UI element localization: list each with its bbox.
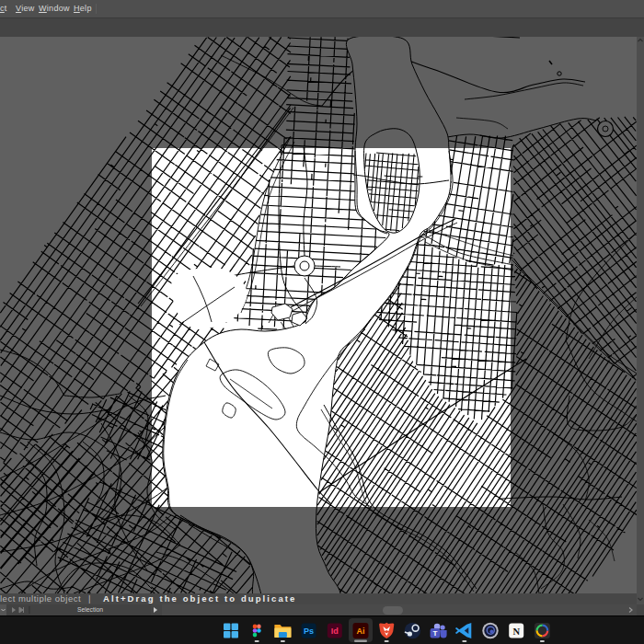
svg-text:N: N xyxy=(512,627,520,637)
svg-text:T: T xyxy=(432,629,437,638)
svg-text:Ai: Ai xyxy=(357,627,365,636)
svg-text:Id: Id xyxy=(331,627,339,636)
svg-text:Ps: Ps xyxy=(304,627,314,636)
